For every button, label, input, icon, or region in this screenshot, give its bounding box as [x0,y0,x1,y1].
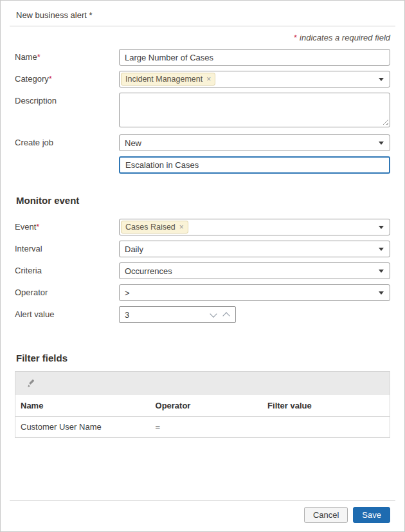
category-tag-label: Incident Management [125,75,203,84]
column-header-name: Name [15,395,150,417]
category-label: Category* [15,71,119,84]
column-header-operator: Operator [150,395,263,417]
interval-row: Interval Daily [1,241,404,257]
dropdown-caret-icon [379,248,384,251]
operator-label: Operator [15,284,119,297]
page-title: New business alert * [16,10,389,20]
remove-tag-icon[interactable]: × [206,75,211,84]
required-asterisk: * [36,222,39,232]
event-tag-label: Cases Raised [125,223,176,232]
category-tag: Incident Management × [121,73,215,86]
interval-select[interactable]: Daily [119,241,390,257]
operator-value: > [125,288,130,298]
name-label: Name* [15,49,119,62]
name-row: Name* [1,49,404,66]
required-asterisk: * [49,74,52,84]
category-row: Category* Incident Management × [1,71,404,87]
chevron-up-icon[interactable] [222,312,230,319]
filter-row-name: Customer User Name [15,417,150,437]
interval-label: Interval [15,241,119,253]
required-asterisk: * [294,33,297,42]
event-label: Event* [15,219,119,232]
create-job-label: Create job [15,134,119,147]
interval-value: Daily [125,244,143,254]
create-job-row: Create job New [1,134,404,151]
operator-select[interactable]: > [119,284,390,301]
filter-table-toolbar [15,372,390,395]
save-button[interactable]: Save [353,507,390,523]
create-job-select[interactable]: New [119,134,390,151]
event-row: Event* Cases Raised × [1,219,404,235]
required-asterisk: * [37,52,40,62]
criteria-value: Occurrences [125,266,172,276]
alert-value-row: Alert value 3 [1,306,404,323]
operator-row: Operator > [1,284,404,301]
alert-value-stepper[interactable]: 3 [119,306,236,323]
monitor-event-heading: Monitor event [16,195,389,206]
filter-table-header-row: Name Operator Filter value [15,395,390,417]
job-name-row [1,156,404,174]
criteria-select[interactable]: Occurrences [119,262,390,279]
job-name-label-spacer [15,156,119,160]
filter-fields-table: Name Operator Filter value Customer User… [15,371,390,438]
alert-value: 3 [125,310,211,320]
description-textarea[interactable] [119,93,390,127]
required-note-text: indicates a required field [300,33,390,42]
description-row: Description [1,93,404,127]
required-field-note: *indicates a required field [1,26,404,49]
remove-tag-icon[interactable]: × [179,223,184,232]
dropdown-caret-icon [379,226,384,229]
criteria-row: Criteria Occurrences [1,262,404,279]
dropdown-caret-icon [379,291,384,295]
alert-value-label: Alert value [15,306,119,319]
filter-fields-heading: Filter fields [16,353,389,363]
dropdown-caret-icon [379,142,384,145]
filter-row-value [262,417,390,437]
job-name-input[interactable] [119,156,390,174]
description-label: Description [15,93,119,105]
event-tag: Cases Raised × [121,221,188,234]
column-header-filter-value: Filter value [262,395,390,417]
table-row[interactable]: Customer User Name = [15,417,390,437]
create-job-value: New [125,138,141,148]
dropdown-caret-icon [379,78,384,81]
new-business-alert-dialog: New business alert * *indicates a requir… [0,0,405,532]
filter-row-operator: = [150,417,263,437]
dropdown-caret-icon [379,270,384,273]
event-select[interactable]: Cases Raised × [119,219,390,235]
chevron-down-icon[interactable] [210,310,217,317]
cancel-button[interactable]: Cancel [304,507,348,523]
edit-filter-button[interactable] [25,377,38,390]
edit-pencil-icon [26,378,37,389]
category-select[interactable]: Incident Management × [119,71,390,87]
dialog-footer: Cancel Save [1,500,404,531]
page-header: New business alert * [1,1,404,26]
name-input[interactable] [119,49,390,66]
criteria-label: Criteria [15,262,119,275]
